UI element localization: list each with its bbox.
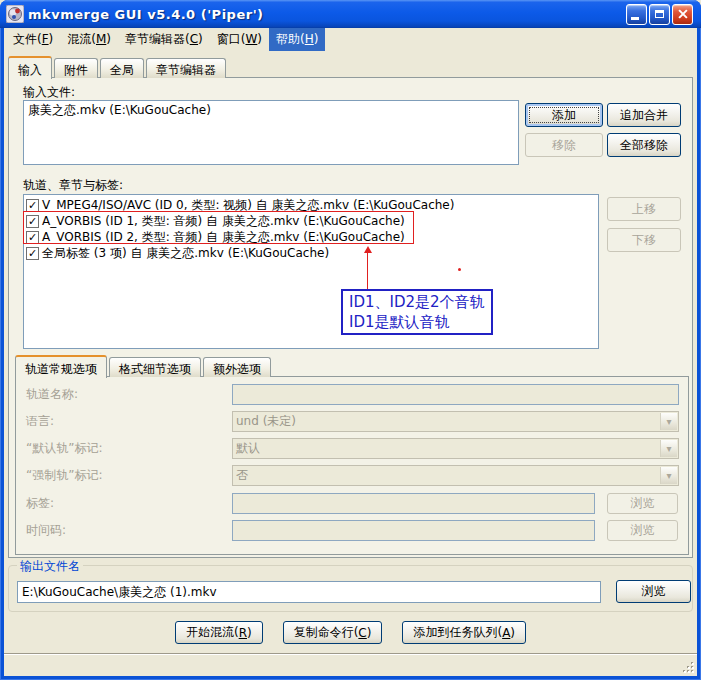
title-bar[interactable]: mkvmerge GUI v5.4.0 ('Piper') (0, 0, 701, 28)
tab-format-specific-options[interactable]: 格式细节选项 (109, 357, 201, 377)
track-label: A_VORBIS (ID 2, 类型: 音频) 自 康美之恋.mkv (E:\K… (42, 229, 405, 246)
language-select: und (未定) ▾ (232, 411, 679, 432)
app-window: mkvmerge GUI v5.4.0 ('Piper') 文件(F) 混流(M… (0, 0, 701, 680)
checkbox-checked-icon[interactable]: ✓ (26, 231, 39, 244)
output-filename-label: 输出文件名 (17, 558, 83, 575)
track-label: V_MPEG4/ISO/AVC (ID 0, 类型: 视频) 自 康美之恋.mk… (42, 197, 454, 214)
remove-all-button[interactable]: 全部移除 (607, 133, 681, 157)
forced-track-flag-select: 否 ▾ (232, 465, 679, 486)
input-file-list[interactable]: 康美之恋.mkv (E:\KuGouCache) (23, 100, 519, 165)
tab-general-track-options[interactable]: 轨道常规选项 (15, 355, 107, 378)
track-row-global-tags[interactable]: ✓ 全局标签 (3 项) 自 康美之恋.mkv (E:\KuGouCache) (24, 245, 598, 261)
menu-bar: 文件(F) 混流(M) 章节编辑器(C) 窗口(W) 帮助(H) (4, 28, 697, 50)
add-to-job-queue-button[interactable]: 添加到任务队列(A) (402, 621, 526, 644)
copy-command-line-button[interactable]: 复制命令行(C) (283, 621, 383, 644)
chevron-down-icon: ▾ (660, 440, 677, 457)
window-title: mkvmerge GUI v5.4.0 ('Piper') (28, 7, 626, 22)
input-tab-page: 输入文件: 康美之恋.mkv (E:\KuGouCache) 添加 追加合并 移… (8, 77, 693, 558)
track-list[interactable]: ✓ V_MPEG4/ISO/AVC (ID 0, 类型: 视频) 自 康美之恋.… (23, 194, 599, 349)
main-tab-strip: 输入 附件 全局 章节编辑器 (8, 55, 228, 78)
track-name-label: 轨道名称: (26, 384, 78, 405)
menu-muxing[interactable]: 混流(M) (60, 28, 118, 51)
forced-track-flag-label: “强制轨”标记: (26, 465, 102, 486)
annotation-arrow-line (367, 252, 368, 289)
timecodes-browse-button: 浏览 (607, 520, 678, 541)
menu-chapter-editor[interactable]: 章节编辑器(C) (118, 28, 210, 51)
annotation-arrowhead-icon (364, 246, 372, 253)
track-name-input (232, 384, 679, 405)
timecodes-label: 时间码: (26, 520, 66, 541)
track-label: A_VORBIS (ID 1, 类型: 音频) 自 康美之恋.mkv (E:\K… (42, 213, 405, 230)
file-list-item[interactable]: 康美之恋.mkv (E:\KuGouCache) (24, 101, 518, 117)
menu-window[interactable]: 窗口(W) (210, 28, 269, 51)
track-row-audio1[interactable]: ✓ A_VORBIS (ID 1, 类型: 音频) 自 康美之恋.mkv (E:… (24, 213, 598, 229)
tab-extra-options[interactable]: 额外选项 (203, 357, 271, 377)
remove-button: 移除 (525, 133, 603, 157)
tags-input (232, 493, 595, 514)
start-muxing-button[interactable]: 开始混流(R) (175, 621, 263, 644)
output-filename-input[interactable] (17, 581, 601, 603)
tracks-label: 轨道、章节与标签: (23, 177, 123, 194)
app-icon (6, 5, 24, 23)
tags-label: 标签: (26, 493, 54, 514)
output-browse-button[interactable]: 浏览 (616, 580, 691, 603)
default-track-flag-select: 默认 ▾ (232, 438, 679, 459)
language-label: 语言: (26, 411, 54, 432)
tab-attachments[interactable]: 附件 (54, 58, 98, 78)
minimize-icon (631, 17, 639, 20)
file-label: 康美之恋.mkv (E:\KuGouCache) (28, 102, 211, 119)
tab-input[interactable]: 输入 (8, 56, 52, 79)
tab-global[interactable]: 全局 (100, 58, 144, 78)
maximize-button[interactable] (649, 4, 670, 25)
track-options-tab-strip: 轨道常规选项 格式细节选项 额外选项 (15, 354, 273, 377)
move-down-button: 下移 (607, 228, 681, 252)
move-up-button: 上移 (607, 197, 681, 221)
checkbox-checked-icon[interactable]: ✓ (26, 247, 39, 260)
output-filename-group: 输出文件名 浏览 (8, 565, 693, 612)
checkbox-checked-icon[interactable]: ✓ (26, 215, 39, 228)
default-track-flag-label: “默认轨”标记: (26, 438, 102, 459)
annotation-dot (458, 268, 461, 271)
resize-grip[interactable] (683, 662, 695, 674)
track-label: 全局标签 (3 项) 自 康美之恋.mkv (E:\KuGouCache) (42, 245, 329, 262)
window-controls (626, 4, 693, 25)
client-area: 文件(F) 混流(M) 章节编辑器(C) 窗口(W) 帮助(H) 输入 附件 全… (4, 28, 697, 676)
append-button[interactable]: 追加合并 (607, 103, 681, 127)
add-button[interactable]: 添加 (525, 103, 603, 127)
track-row-video[interactable]: ✓ V_MPEG4/ISO/AVC (ID 0, 类型: 视频) 自 康美之恋.… (24, 197, 598, 213)
tab-chapter-editor[interactable]: 章节编辑器 (146, 58, 226, 78)
annotation-line1: ID1、ID2是2个音轨 (349, 292, 485, 312)
status-divider (4, 653, 697, 655)
close-button[interactable] (672, 4, 693, 25)
track-options-panel: 轨道名称: 语言: und (未定) ▾ “默认轨”标记: 默认 ▾ “强制轨”… (15, 376, 689, 555)
checkbox-checked-icon[interactable]: ✓ (26, 199, 39, 212)
chevron-down-icon: ▾ (660, 413, 677, 430)
chevron-down-icon: ▾ (660, 467, 677, 484)
tags-browse-button: 浏览 (607, 493, 678, 514)
menu-help[interactable]: 帮助(H) (269, 28, 325, 51)
annotation-note: ID1、ID2是2个音轨 ID1是默认音轨 (341, 289, 493, 335)
maximize-icon (655, 10, 664, 18)
annotation-line2: ID1是默认音轨 (349, 312, 485, 332)
action-button-row: 开始混流(R) 复制命令行(C) 添加到任务队列(A) (4, 621, 697, 644)
menu-file[interactable]: 文件(F) (6, 28, 60, 51)
input-files-label: 输入文件: (23, 84, 75, 101)
minimize-button[interactable] (626, 4, 647, 25)
timecodes-input (232, 520, 595, 541)
track-row-audio2[interactable]: ✓ A_VORBIS (ID 2, 类型: 音频) 自 康美之恋.mkv (E:… (24, 229, 598, 245)
